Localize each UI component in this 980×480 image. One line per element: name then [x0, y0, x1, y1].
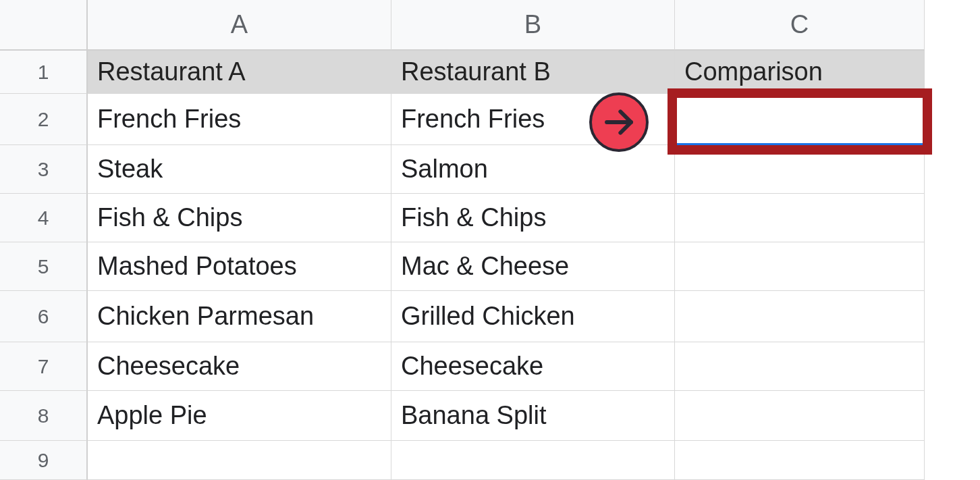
- cell-c6[interactable]: [675, 291, 925, 342]
- cell-c5[interactable]: [675, 242, 925, 291]
- arrow-right-annotation: [589, 92, 649, 152]
- row-header-7[interactable]: 7: [0, 342, 88, 391]
- row-header-5[interactable]: 5: [0, 242, 88, 291]
- cell-a5[interactable]: Mashed Potatoes: [88, 242, 391, 291]
- row-header-3[interactable]: 3: [0, 145, 88, 194]
- cell-b3[interactable]: Salmon: [391, 145, 675, 194]
- column-header-a[interactable]: A: [88, 0, 391, 51]
- cell-c8[interactable]: [675, 391, 925, 441]
- row-header-9[interactable]: 9: [0, 441, 88, 480]
- cell-c1[interactable]: Comparison: [675, 51, 925, 94]
- row-headers: 1 2 3 4 5 6 7 8 9: [0, 51, 88, 480]
- cell-a8[interactable]: Apple Pie: [88, 391, 391, 441]
- cell-c7[interactable]: [675, 342, 925, 391]
- cell-c2[interactable]: [675, 94, 925, 145]
- grid-whitespace: [925, 0, 980, 480]
- cell-b6[interactable]: Grilled Chicken: [391, 291, 675, 342]
- cell-a4[interactable]: Fish & Chips: [88, 194, 391, 242]
- column-header-b[interactable]: B: [391, 0, 675, 51]
- cell-c4[interactable]: [675, 194, 925, 242]
- cell-b5[interactable]: Mac & Cheese: [391, 242, 675, 291]
- spreadsheet-grid[interactable]: A B C 1 2 3 4 5 6 7 8 9 Restaurant A Res…: [0, 0, 980, 480]
- cell-b1[interactable]: Restaurant B: [391, 51, 675, 94]
- select-all-corner[interactable]: [0, 0, 88, 51]
- cell-a7[interactable]: Cheesecake: [88, 342, 391, 391]
- row-header-6[interactable]: 6: [0, 291, 88, 342]
- cell-b4[interactable]: Fish & Chips: [391, 194, 675, 242]
- column-headers: A B C: [88, 0, 925, 51]
- row-header-1[interactable]: 1: [0, 51, 88, 94]
- cell-a3[interactable]: Steak: [88, 145, 391, 194]
- cell-a6[interactable]: Chicken Parmesan: [88, 291, 391, 342]
- row-header-2[interactable]: 2: [0, 94, 88, 145]
- arrow-right-icon: [589, 92, 649, 152]
- cell-b8[interactable]: Banana Split: [391, 391, 675, 441]
- column-header-c[interactable]: C: [675, 0, 925, 51]
- cell-a1[interactable]: Restaurant A: [88, 51, 391, 94]
- cell-c3[interactable]: [675, 145, 925, 194]
- cell-a2[interactable]: French Fries: [88, 94, 391, 145]
- cell-b7[interactable]: Cheesecake: [391, 342, 675, 391]
- cell-b9[interactable]: [391, 441, 675, 480]
- row-header-8[interactable]: 8: [0, 391, 88, 441]
- cell-area: Restaurant A Restaurant B Comparison Fre…: [88, 51, 925, 480]
- cell-a9[interactable]: [88, 441, 391, 480]
- cell-c9[interactable]: [675, 441, 925, 480]
- row-header-4[interactable]: 4: [0, 194, 88, 242]
